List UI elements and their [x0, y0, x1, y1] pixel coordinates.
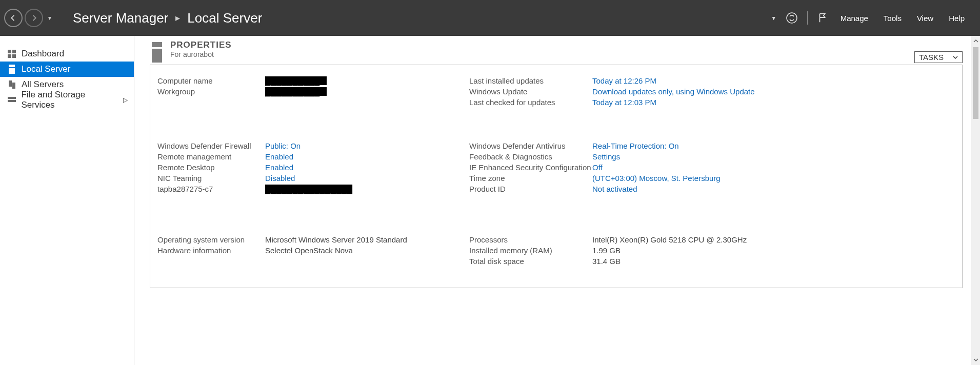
- value-ie-esc[interactable]: Off: [592, 163, 957, 172]
- svg-rect-2: [12, 50, 16, 53]
- value-remote-management[interactable]: Enabled: [265, 152, 469, 161]
- sidebar-item-label: File and Storage Services: [21, 90, 118, 110]
- chevron-right-icon: ▷: [123, 96, 128, 104]
- label-last-installed-updates: Last installed updates: [469, 76, 592, 85]
- storage-icon: [7, 96, 16, 104]
- nav-buttons: ▼: [0, 9, 52, 27]
- menu-help[interactable]: Help: [946, 12, 968, 25]
- sidebar-item-label: Dashboard: [22, 49, 64, 59]
- value-workgroup[interactable]: ██████████: [265, 87, 327, 96]
- nav-history-dropdown[interactable]: ▼: [47, 15, 52, 21]
- value-installed-ram: 1.99 GB: [592, 246, 957, 255]
- value-os-version: Microsoft Windows Server 2019 Standard: [265, 235, 469, 244]
- refresh-button[interactable]: [786, 12, 798, 24]
- value-last-checked-updates[interactable]: Today at 12:03 PM: [592, 98, 957, 107]
- breadcrumb-page[interactable]: Local Server: [187, 10, 262, 26]
- value-defender-av[interactable]: Real-Time Protection: On: [592, 141, 957, 150]
- properties-title-block: PROPERTIES For aurorabot: [170, 40, 232, 58]
- label-remote-desktop: Remote Desktop: [157, 163, 265, 172]
- sidebar-item-file-storage[interactable]: File and Storage Services ▷: [0, 92, 134, 108]
- value-remote-desktop[interactable]: Enabled: [265, 163, 469, 172]
- menu-manage[interactable]: Manage: [837, 12, 871, 25]
- svg-rect-10: [8, 100, 16, 102]
- app-header: ▼ Server Manager ▸ Local Server ▼ Manage…: [0, 0, 980, 36]
- label-defender-av: Windows Defender Antivirus: [469, 141, 592, 150]
- main-content: PROPERTIES For aurorabot TASKS Computer …: [134, 36, 980, 365]
- server-icon: [7, 65, 16, 74]
- value-nic-teaming[interactable]: Disabled: [265, 174, 469, 182]
- value-firewall[interactable]: Public: On: [265, 141, 469, 150]
- properties-subtitle: For aurorabot: [170, 50, 232, 58]
- label-timezone: Time zone: [469, 174, 592, 182]
- label-installed-ram: Installed memory (RAM): [469, 246, 592, 255]
- label-workgroup: Workgroup: [157, 87, 265, 96]
- sidebar-item-dashboard[interactable]: Dashboard: [0, 46, 134, 62]
- flag-icon: [817, 12, 828, 24]
- breadcrumb-dropdown-icon[interactable]: ▼: [771, 15, 776, 21]
- menu-tools[interactable]: Tools: [881, 12, 905, 25]
- svg-rect-6: [9, 68, 15, 74]
- label-feedback-diagnostics: Feedback & Diagnostics: [469, 152, 592, 161]
- label-hardware-info: Hardware information: [157, 246, 265, 255]
- svg-rect-9: [8, 97, 16, 99]
- scroll-up-icon[interactable]: [971, 36, 980, 46]
- label-ie-esc: IE Enhanced Security Configuration: [469, 163, 592, 172]
- svg-rect-7: [9, 80, 12, 87]
- label-nic-name: tapba287275-c7: [157, 185, 265, 193]
- server-tile-icon: [152, 42, 162, 63]
- nav-back-button[interactable]: [4, 9, 23, 27]
- properties-title: PROPERTIES: [170, 40, 232, 50]
- svg-rect-3: [8, 54, 11, 58]
- svg-point-0: [787, 13, 797, 23]
- header-separator: [807, 11, 808, 25]
- sidebar: Dashboard Local Server All Servers File …: [0, 36, 134, 365]
- header-right: ▼ Manage Tools View Help: [771, 11, 980, 25]
- arrow-left-icon: [9, 13, 18, 23]
- svg-rect-8: [12, 83, 15, 89]
- value-total-disk: 31.4 GB: [592, 257, 957, 266]
- arrow-right-icon: [29, 13, 38, 23]
- value-nic-address[interactable]: ████████████████: [265, 185, 352, 193]
- value-hardware-info: Selectel OpenStack Nova: [265, 246, 469, 255]
- label-nic-teaming: NIC Teaming: [157, 174, 265, 182]
- sidebar-item-local-server[interactable]: Local Server: [0, 62, 134, 77]
- value-timezone[interactable]: (UTC+03:00) Moscow, St. Petersburg: [592, 174, 957, 182]
- notifications-button[interactable]: [817, 12, 828, 24]
- tasks-dropdown[interactable]: TASKS: [914, 51, 963, 63]
- svg-rect-4: [12, 54, 16, 58]
- scroll-down-icon[interactable]: [971, 355, 980, 365]
- value-product-id[interactable]: Not activated: [592, 185, 957, 193]
- chevron-down-icon: [953, 55, 958, 60]
- value-processors: Intel(R) Xeon(R) Gold 5218 CPU @ 2.30GHz: [592, 235, 957, 244]
- value-windows-update[interactable]: Download updates only, using Windows Upd…: [592, 87, 957, 96]
- properties-card: Computer name ██████████ Last installed …: [150, 65, 963, 288]
- label-last-checked-updates: Last checked for updates: [469, 98, 592, 107]
- breadcrumb-root[interactable]: Server Manager: [73, 10, 168, 26]
- breadcrumb-separator-icon: ▸: [175, 12, 180, 24]
- value-last-installed-updates[interactable]: Today at 12:26 PM: [592, 76, 957, 85]
- label-computer-name: Computer name: [157, 76, 265, 85]
- label-total-disk: Total disk space: [469, 257, 592, 266]
- svg-rect-5: [9, 65, 15, 67]
- value-feedback-diagnostics[interactable]: Settings: [592, 152, 957, 161]
- app-body: Dashboard Local Server All Servers File …: [0, 36, 980, 365]
- scrollbar-thumb[interactable]: [973, 47, 978, 119]
- vertical-scrollbar[interactable]: [971, 36, 980, 365]
- sidebar-item-label: Local Server: [22, 64, 70, 74]
- label-product-id: Product ID: [469, 185, 592, 193]
- properties-header: PROPERTIES For aurorabot: [152, 40, 232, 63]
- label-firewall: Windows Defender Firewall: [157, 141, 265, 150]
- breadcrumb: Server Manager ▸ Local Server: [73, 10, 262, 26]
- label-remote-management: Remote management: [157, 152, 265, 161]
- properties-grid: Computer name ██████████ Last installed …: [157, 76, 957, 266]
- label-processors: Processors: [469, 235, 592, 244]
- value-computer-name[interactable]: ██████████: [265, 76, 327, 85]
- menu-view[interactable]: View: [914, 12, 936, 25]
- refresh-icon: [786, 12, 798, 24]
- svg-rect-1: [8, 50, 11, 53]
- nav-forward-button[interactable]: [25, 9, 43, 27]
- label-os-version: Operating system version: [157, 235, 265, 244]
- sidebar-item-label: All Servers: [22, 79, 64, 90]
- label-windows-update: Windows Update: [469, 87, 592, 96]
- servers-icon: [7, 80, 16, 89]
